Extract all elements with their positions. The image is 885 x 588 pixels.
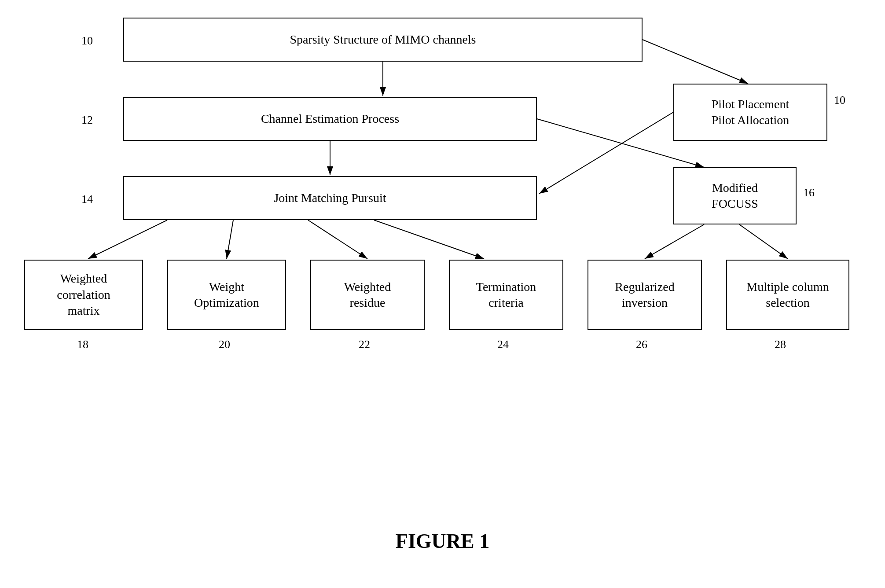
label-14: 14 [81,193,93,206]
label-10a: 10 [81,34,93,48]
box-pilot: Pilot Placement Pilot Allocation [673,84,827,141]
box-ri: Regularized inversion [588,260,702,330]
svg-line-10 [645,224,704,259]
box-channel: Channel Estimation Process [123,97,537,141]
label-24: 24 [497,338,509,351]
box-focuss: Modified FOCUSS [673,167,797,224]
box-wcm: Weighted correlation matrix [24,260,143,330]
box-mcs: Multiple column selection [726,260,849,330]
label-20: 20 [219,338,230,351]
box-tc: Termination criteria [449,260,563,330]
svg-line-9 [374,220,484,259]
box-jmp: Joint Matching Pursuit [123,176,537,220]
label-18: 18 [77,338,88,351]
diagram-container: Sparsity Structure of MIMO channels Chan… [0,0,885,588]
label-26: 26 [636,338,647,351]
svg-line-3 [643,40,748,84]
box-wr: Weighted residue [310,260,425,330]
svg-line-11 [739,224,788,259]
box-wo: Weight Optimization [167,260,286,330]
svg-line-7 [227,220,233,259]
label-10b: 10 [834,94,845,107]
label-16: 16 [803,186,815,199]
svg-line-8 [308,220,367,259]
svg-line-4 [539,112,673,194]
label-12: 12 [81,114,93,127]
figure-title: FIGURE 1 [0,529,885,553]
label-28: 28 [775,338,786,351]
svg-line-6 [88,220,167,259]
box-sparsity: Sparsity Structure of MIMO channels [123,18,643,62]
label-22: 22 [359,338,370,351]
